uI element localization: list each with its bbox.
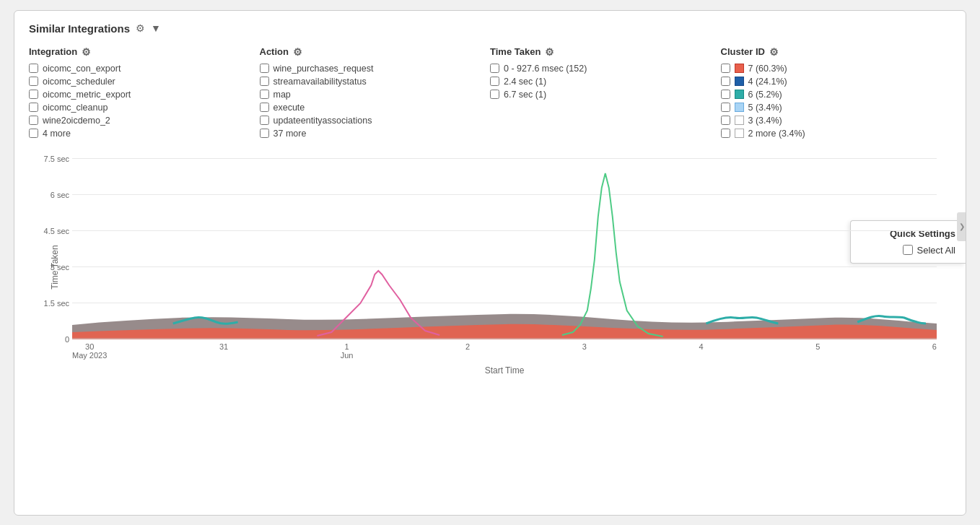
cluster-item-more: 2 more (3.4%) <box>748 129 805 139</box>
action-checkbox-5[interactable] <box>260 116 269 125</box>
time-taken-checkbox-2[interactable] <box>490 77 499 86</box>
list-item: 3 (3.4%) <box>721 116 952 126</box>
filters-row: Integration ⚙ oicomc_con_export oicomc_s… <box>29 46 951 142</box>
x-label-6: 6 <box>932 342 937 360</box>
integration-item-5: wine2oicdemo_2 <box>43 116 110 126</box>
cluster-checkbox-2[interactable] <box>721 77 730 86</box>
integration-checkbox-1[interactable] <box>29 64 38 73</box>
chart-wrapper: Time Taken 7.5 sec 6 sec 4.5 sec 3 sec 1… <box>29 159 951 376</box>
list-item: oicomc_cleanup <box>29 103 260 113</box>
cluster-swatch-5 <box>735 103 744 112</box>
list-item: oicomc_con_export <box>29 64 260 74</box>
cluster-item-5: 3 (3.4%) <box>748 116 782 126</box>
list-item: 6 (5.2%) <box>721 90 952 100</box>
list-item: 6.7 sec (1) <box>490 90 721 100</box>
similar-integrations-card: Similar Integrations ⚙ ▼ Integration ⚙ o… <box>14 10 966 516</box>
action-item-3: map <box>274 90 291 100</box>
x-label-3: 3 <box>582 342 587 360</box>
list-item: 4 more <box>29 129 260 139</box>
cluster-id-filter-header: Cluster ID ⚙ <box>721 46 952 58</box>
chart-svg <box>72 159 937 339</box>
integration-filter-col: Integration ⚙ oicomc_con_export oicomc_s… <box>29 46 260 142</box>
gear-icon-time-taken[interactable]: ⚙ <box>545 46 554 58</box>
integration-checkbox-5[interactable] <box>29 116 38 125</box>
cluster-item-2: 4 (24.1%) <box>748 77 787 87</box>
integration-checkbox-3[interactable] <box>29 90 38 99</box>
gear-icon-cluster[interactable]: ⚙ <box>769 46 779 58</box>
gear-icon-action[interactable]: ⚙ <box>293 46 302 58</box>
action-item-1: wine_purchases_request <box>274 64 374 74</box>
y-tick-15: 1.5 sec <box>35 299 69 308</box>
x-axis-title: Start Time <box>72 365 937 376</box>
list-item: 0 - 927.6 msec (152) <box>490 64 721 74</box>
action-checkbox-6[interactable] <box>260 129 269 138</box>
action-checkbox-3[interactable] <box>260 90 269 99</box>
integration-label: Integration <box>29 46 77 57</box>
cluster-checkbox-4[interactable] <box>721 103 730 112</box>
list-item: oicomc_scheduler <box>29 77 260 87</box>
list-item: wine2oicdemo_2 <box>29 116 260 126</box>
x-labels: 30 May 2023 31 1 Jun 2 3 4 5 6 <box>72 342 937 360</box>
action-item-4: execute <box>274 103 305 113</box>
time-taken-item-1: 0 - 927.6 msec (152) <box>504 64 587 74</box>
action-item-2: streamavailabilitystatus <box>274 77 367 87</box>
time-taken-checkbox-3[interactable] <box>490 90 499 99</box>
cluster-item-3: 6 (5.2%) <box>748 90 782 100</box>
cluster-swatch-4 <box>735 77 744 86</box>
x-label-4: 4 <box>699 342 703 360</box>
action-checkbox-4[interactable] <box>260 103 269 112</box>
y-tick-45: 4.5 sec <box>35 227 69 235</box>
chart-area: Time Taken 7.5 sec 6 sec 4.5 sec 3 sec 1… <box>72 159 937 376</box>
cluster-swatch-7 <box>735 64 744 73</box>
x-label-1: 1 Jun <box>341 342 354 360</box>
cluster-swatch-3 <box>735 116 744 125</box>
integration-checkbox-2[interactable] <box>29 77 38 86</box>
card-title: Similar Integrations <box>29 22 130 35</box>
action-label: Action <box>260 46 289 57</box>
action-item-more: 37 more <box>274 129 307 139</box>
x-label-5: 5 <box>815 342 820 360</box>
list-item: 37 more <box>260 129 491 139</box>
card-header: Similar Integrations ⚙ ▼ <box>29 22 951 35</box>
action-filter-col: Action ⚙ wine_purchases_request streamav… <box>260 46 491 142</box>
list-item: map <box>260 90 491 100</box>
cluster-checkbox-3[interactable] <box>721 90 730 99</box>
x-label-2: 2 <box>465 342 470 360</box>
x-label-31: 31 <box>219 342 228 360</box>
y-tick-3: 3 sec <box>35 263 69 272</box>
cluster-id-filter-col: Cluster ID ⚙ 7 (60.3%) 4 (24.1%) 6 (5.2%… <box>721 46 952 142</box>
action-checkbox-1[interactable] <box>260 64 269 73</box>
y-tick-75: 7.5 sec <box>35 155 69 163</box>
gear-icon-header[interactable]: ⚙ <box>136 22 145 34</box>
list-item: 4 (24.1%) <box>721 77 952 87</box>
cluster-checkbox-6[interactable] <box>721 129 730 138</box>
cluster-checkbox-5[interactable] <box>721 116 730 125</box>
list-item: oicomc_metric_export <box>29 90 260 100</box>
list-item: wine_purchases_request <box>260 64 491 74</box>
chart-line-green-spike <box>562 173 663 337</box>
time-taken-item-3: 6.7 sec (1) <box>504 90 546 100</box>
action-item-5: updateentityassociations <box>274 116 372 126</box>
x-label-30: 30 May 2023 <box>72 342 107 360</box>
cluster-item-1: 7 (60.3%) <box>748 64 787 74</box>
cluster-checkbox-1[interactable] <box>721 64 730 73</box>
list-item: 7 (60.3%) <box>721 64 952 74</box>
cluster-swatch-6 <box>735 90 744 99</box>
integration-checkbox-4[interactable] <box>29 103 38 112</box>
list-item: streamavailabilitystatus <box>260 77 491 87</box>
time-taken-item-2: 2.4 sec (1) <box>504 77 546 87</box>
integration-item-more: 4 more <box>43 129 71 139</box>
cluster-id-label: Cluster ID <box>721 46 765 57</box>
time-taken-checkbox-1[interactable] <box>490 64 499 73</box>
list-item: 2.4 sec (1) <box>490 77 721 87</box>
list-item: updateentityassociations <box>260 116 491 126</box>
action-checkbox-2[interactable] <box>260 77 269 86</box>
integration-checkbox-6[interactable] <box>29 129 38 138</box>
integration-item-4: oicomc_cleanup <box>43 103 108 113</box>
integration-item-3: oicomc_metric_export <box>43 90 131 100</box>
collapse-handle[interactable]: ❯ <box>957 212 966 241</box>
chevron-down-icon[interactable]: ▼ <box>151 22 161 34</box>
gear-icon-integration[interactable]: ⚙ <box>82 46 91 58</box>
list-item: 5 (3.4%) <box>721 103 952 113</box>
integration-item-1: oicomc_con_export <box>43 64 121 74</box>
